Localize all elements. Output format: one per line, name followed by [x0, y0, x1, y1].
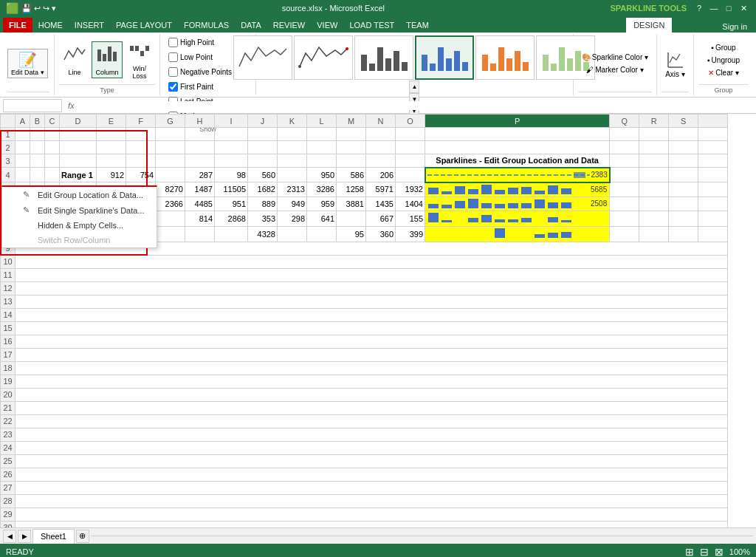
col-header-P[interactable]: P	[425, 115, 610, 128]
cell-7-M[interactable]	[337, 211, 366, 226]
cell-3-M[interactable]	[337, 154, 366, 168]
cell-1-I[interactable]	[215, 128, 248, 141]
group-btn[interactable]: ▪ Group	[706, 42, 740, 53]
cell-7-O[interactable]: 155	[396, 211, 425, 226]
status-page-layout-view[interactable]: ⊟	[700, 546, 709, 557]
cell-6-M[interactable]: 3881	[337, 197, 366, 211]
cell-1-P[interactable]	[425, 128, 610, 141]
sheet-scroll-area[interactable]: A B C D E F G H I J K L M N O P Q	[0, 114, 756, 527]
cell-1-D[interactable]	[60, 128, 97, 141]
negative-points-checkbox-row[interactable]: Negative Points	[165, 65, 236, 79]
col-header-F[interactable]: F	[126, 115, 156, 128]
marker-color-btn[interactable]: 🖌 Marker Color ▾	[583, 64, 647, 75]
cell-3-A[interactable]	[16, 154, 30, 168]
cell-2-A[interactable]	[16, 141, 30, 154]
cell-3-K[interactable]	[278, 154, 307, 168]
cell-8-H[interactable]	[185, 226, 215, 242]
cell-5-I[interactable]: 11505	[215, 182, 248, 197]
cell-4-E[interactable]: 912	[97, 168, 126, 182]
cell-6-P[interactable]: 2508	[425, 197, 610, 211]
cell-8-L[interactable]	[307, 226, 337, 242]
clear-btn[interactable]: ✕ Clear ▾	[703, 67, 744, 78]
tab-view[interactable]: VIEW	[311, 18, 343, 33]
cell-4-B[interactable]	[30, 168, 45, 182]
high-point-checkbox[interactable]	[168, 38, 178, 47]
cell-5-S[interactable]	[669, 182, 698, 197]
cell-4-A[interactable]	[16, 168, 30, 182]
cell-8-G[interactable]	[156, 226, 185, 242]
cell-8-P[interactable]	[425, 226, 610, 242]
col-header-Q[interactable]: Q	[610, 115, 639, 128]
col-header-I[interactable]: I	[215, 115, 248, 128]
cell-2-E[interactable]	[97, 141, 126, 154]
cell-1-R[interactable]	[639, 128, 669, 141]
maximize-btn[interactable]: □	[722, 2, 735, 14]
cell-5-T[interactable]	[698, 182, 728, 197]
cell-5-N[interactable]: 5971	[366, 182, 396, 197]
cell-7-L[interactable]: 641	[307, 211, 337, 226]
cell-3-P[interactable]: Sparklines - Edit Group Location and Dat…	[425, 154, 610, 168]
col-header-H[interactable]: H	[185, 115, 215, 128]
cell-5-G[interactable]: 8270	[156, 182, 185, 197]
col-header-E[interactable]: E	[97, 115, 126, 128]
low-point-checkbox-row[interactable]: Low Point	[165, 50, 216, 64]
cell-4-S[interactable]	[669, 168, 698, 182]
cell-3-B[interactable]	[30, 154, 45, 168]
cell-1-B[interactable]	[30, 128, 45, 141]
cell-4-K[interactable]	[278, 168, 307, 182]
high-point-checkbox-row[interactable]: High Point	[165, 35, 218, 49]
cell-8-J[interactable]: 4328	[248, 226, 278, 242]
style-scroll-up[interactable]: ▲	[409, 81, 419, 93]
cell-3-G[interactable]	[156, 154, 185, 168]
cell-5-O[interactable]: 1932	[396, 182, 425, 197]
style-preview-1[interactable]	[233, 35, 292, 80]
cell-5-M[interactable]: 1258	[337, 182, 366, 197]
tab-insert[interactable]: INSERT	[69, 18, 110, 33]
style-preview-2[interactable]	[294, 35, 353, 80]
cell-1-C[interactable]	[45, 128, 60, 141]
col-header-K[interactable]: K	[278, 115, 307, 128]
col-header-C[interactable]: C	[45, 115, 60, 128]
cell-2-K[interactable]	[278, 141, 307, 154]
first-paint-checkbox[interactable]	[168, 82, 178, 92]
style-preview-4[interactable]	[415, 35, 474, 80]
cell-2-M[interactable]	[337, 141, 366, 154]
cell-1-E[interactable]	[97, 128, 126, 141]
cell-1-J[interactable]	[248, 128, 278, 141]
minimize-btn[interactable]: —	[707, 2, 721, 14]
cell-2-O[interactable]	[396, 141, 425, 154]
cell-1-N[interactable]	[366, 128, 396, 141]
cell-2-I[interactable]	[215, 141, 248, 154]
cell-7-S[interactable]	[669, 211, 698, 226]
cell-4-M[interactable]: 586	[337, 168, 366, 182]
menu-item-edit-single[interactable]: ✎ Edit Single Sparkline's Data...	[2, 202, 157, 218]
column-btn[interactable]: Column	[92, 41, 123, 78]
cell-3-I[interactable]	[215, 154, 248, 168]
cell-4-I[interactable]: 98	[215, 168, 248, 182]
cell-1-K[interactable]	[278, 128, 307, 141]
cell-4-P[interactable]: 2383	[425, 168, 610, 182]
cell-1-S[interactable]	[669, 128, 698, 141]
cell-6-G[interactable]: 2366	[156, 197, 185, 211]
cell-7-G[interactable]	[156, 211, 185, 226]
cell-2-J[interactable]	[248, 141, 278, 154]
cell-1-T[interactable]	[698, 128, 728, 141]
cell-1-L[interactable]	[307, 128, 337, 141]
cell-7-T[interactable]	[698, 211, 728, 226]
tab-review[interactable]: REVIEW	[267, 18, 311, 33]
cell-6-J[interactable]: 889	[248, 197, 278, 211]
low-point-checkbox[interactable]	[168, 52, 178, 62]
cell-6-R[interactable]	[639, 197, 669, 211]
cell-1-H[interactable]	[185, 128, 215, 141]
cell-7-J[interactable]: 353	[248, 211, 278, 226]
style-preview-3[interactable]	[354, 35, 413, 80]
cell-1-Q[interactable]	[610, 128, 639, 141]
cell-4-O[interactable]	[396, 168, 425, 182]
tab-formulas[interactable]: FORMULAS	[178, 18, 235, 33]
cell-2-Q[interactable]	[610, 141, 639, 154]
cell-5-Q[interactable]	[610, 182, 639, 197]
cell-3-C[interactable]	[45, 154, 60, 168]
cell-7-K[interactable]: 298	[278, 211, 307, 226]
cell-6-Q[interactable]	[610, 197, 639, 211]
cell-1-G[interactable]	[156, 128, 185, 141]
